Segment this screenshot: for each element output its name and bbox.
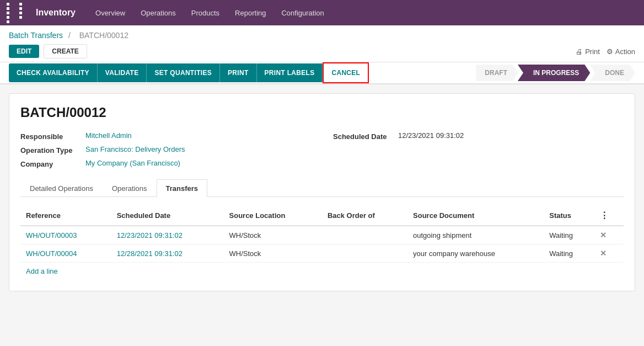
col-source-location: Source Location: [224, 206, 322, 226]
app-grid-icon[interactable]: [7, 3, 30, 23]
scheduled-date-label: Scheduled Date: [333, 131, 394, 141]
form-card: BATCH/00012 Responsible Mitchell Admin O…: [9, 93, 635, 291]
breadcrumb-current: BATCH/00012: [79, 31, 128, 40]
tab-operations[interactable]: Operations: [103, 179, 157, 197]
table-row: WH/OUT/00003 12/23/2021 09:31:02 WH/Stoc…: [20, 226, 624, 244]
breadcrumb-parent[interactable]: Batch Transfers: [9, 31, 63, 40]
form-title: BATCH/00012: [20, 105, 624, 120]
cell-status: Waiting: [544, 244, 594, 263]
field-operation-type: Operation Type San Francisco: Delivery O…: [20, 145, 311, 155]
remove-row-button[interactable]: ✕: [594, 244, 624, 263]
field-scheduled-date: Scheduled Date 12/23/2021 09:31:02: [333, 131, 624, 141]
col-status: Status: [544, 206, 594, 226]
tab-detailed-operations[interactable]: Detailed Operations: [20, 179, 103, 197]
form-fields: Responsible Mitchell Admin Operation Typ…: [20, 131, 624, 168]
status-in-progress: IN PROGRESS: [518, 65, 590, 81]
menu-overview[interactable]: Overview: [89, 6, 132, 20]
menu-products[interactable]: Products: [185, 6, 226, 20]
company-value[interactable]: My Company (San Francisco): [85, 159, 180, 167]
breadcrumb-area: Batch Transfers / BATCH/00012 EDIT CREAT…: [0, 25, 644, 62]
cell-reference[interactable]: WH/OUT/00004: [20, 244, 111, 263]
transfers-table: Reference Scheduled Date Source Location…: [20, 206, 624, 263]
cell-source-location: WH/Stock: [224, 226, 322, 244]
responsible-label: Responsible: [20, 131, 81, 141]
edit-button[interactable]: EDIT: [9, 45, 39, 58]
create-button[interactable]: CREATE: [44, 44, 87, 58]
breadcrumb: Batch Transfers / BATCH/00012: [9, 31, 635, 40]
cell-back-order: [322, 226, 407, 244]
cancel-button[interactable]: CANCEL: [323, 62, 369, 83]
print-link[interactable]: 🖨 Print: [576, 47, 600, 56]
menu-configuration[interactable]: Configuration: [275, 6, 330, 20]
cell-status: Waiting: [544, 226, 594, 244]
menu-operations[interactable]: Operations: [134, 6, 183, 20]
print-button[interactable]: PRINT: [220, 63, 257, 82]
tabs: Detailed Operations Operations Transfers: [20, 179, 624, 197]
cell-reference[interactable]: WH/OUT/00003: [20, 226, 111, 244]
col-scheduled-date: Scheduled Date: [111, 206, 224, 226]
brand-name[interactable]: Inventory: [36, 8, 76, 18]
cell-scheduled-date: 12/28/2021 09:31:02: [111, 244, 224, 263]
col-reference: Reference: [20, 206, 111, 226]
cell-source-location: WH/Stock: [224, 244, 322, 263]
col-back-order: Back Order of: [322, 206, 407, 226]
status-done: DONE: [589, 65, 635, 81]
operation-type-value[interactable]: San Francisco: Delivery Orders: [85, 145, 185, 153]
set-quantities-button[interactable]: SET QUANTITIES: [147, 63, 220, 82]
cell-source-document: outgoing shipment: [407, 226, 544, 244]
fields-right: Scheduled Date 12/23/2021 09:31:02: [333, 131, 624, 168]
field-company: Company My Company (San Francisco): [20, 159, 311, 168]
breadcrumb-separator: /: [68, 31, 71, 40]
col-source-document: Source Document: [407, 206, 544, 226]
cell-source-document: your company warehouse: [407, 244, 544, 263]
status-draft: DRAFT: [476, 65, 518, 81]
menu-reporting[interactable]: Reporting: [228, 6, 272, 20]
check-availability-button[interactable]: CHECK AVAILABILITY: [9, 63, 98, 82]
action-link[interactable]: ⚙ Action: [607, 47, 635, 56]
fields-left: Responsible Mitchell Admin Operation Typ…: [20, 131, 311, 168]
table-row: WH/OUT/00004 12/28/2021 09:31:02 WH/Stoc…: [20, 244, 624, 263]
company-label: Company: [20, 159, 81, 168]
col-more-options[interactable]: ⋮: [594, 206, 624, 226]
remove-row-button[interactable]: ✕: [594, 226, 624, 244]
gear-icon: ⚙: [607, 47, 613, 56]
top-menu: Overview Operations Products Reporting C…: [89, 6, 331, 20]
cell-back-order: [322, 244, 407, 263]
scheduled-date-value: 12/23/2021 09:31:02: [398, 131, 464, 140]
validate-button[interactable]: VALIDATE: [98, 63, 147, 82]
responsible-value[interactable]: Mitchell Admin: [85, 131, 132, 140]
operation-type-label: Operation Type: [20, 145, 81, 155]
top-navigation: Inventory Overview Operations Products R…: [0, 0, 644, 25]
workflow-toolbar: CHECK AVAILABILITY VALIDATE SET QUANTITI…: [0, 62, 644, 84]
tab-transfers[interactable]: Transfers: [157, 179, 208, 197]
top-actions: 🖨 Print ⚙ Action: [576, 47, 635, 56]
print-labels-button[interactable]: PRINT LABELS: [257, 63, 323, 82]
field-responsible: Responsible Mitchell Admin: [20, 131, 311, 141]
main-content: BATCH/00012 Responsible Mitchell Admin O…: [0, 84, 644, 300]
add-line-button[interactable]: Add a line: [20, 263, 63, 280]
status-pipeline: DRAFT IN PROGRESS DONE: [476, 65, 635, 81]
print-icon: 🖨: [576, 47, 583, 56]
cell-scheduled-date: 12/23/2021 09:31:02: [111, 226, 224, 244]
